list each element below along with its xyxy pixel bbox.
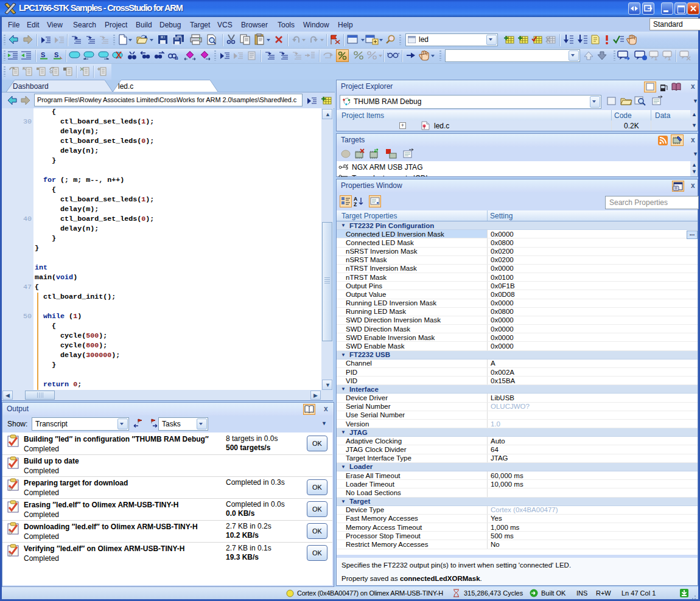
svg-text:1: 1 xyxy=(668,55,671,61)
svg-text:S: S xyxy=(54,51,58,58)
svg-text:1: 1 xyxy=(654,55,657,61)
svg-text:S: S xyxy=(41,51,45,58)
svg-text:Z: Z xyxy=(354,201,357,207)
svg-text:B: B xyxy=(175,55,178,60)
